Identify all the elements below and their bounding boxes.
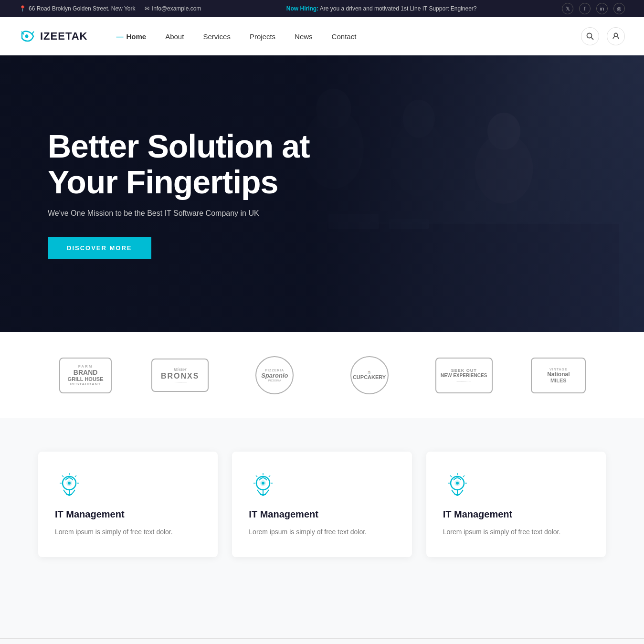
hiring-banner: Now Hiring: Are you a driven and motivat… [215, 5, 548, 12]
hero-subtitle: We've One Mission to be the Best IT Soft… [48, 209, 310, 218]
discover-more-button[interactable]: DISCOVER MORE [48, 237, 151, 259]
svg-line-38 [463, 475, 465, 477]
service-desc-1: Lorem ipsum is simply of free text dolor… [55, 527, 201, 538]
svg-point-14 [68, 482, 71, 485]
nav-home[interactable]: Home [116, 31, 146, 42]
address-info: 📍 66 Road Broklyn Golden Street. New Yor… [19, 5, 135, 12]
brand-5: SEEK OUT NEW EXPERIENCES ···············… [433, 356, 495, 394]
nav-contact[interactable]: Contact [332, 31, 357, 42]
service-card-2: IT Management Lorem ipsum is simply of f… [232, 452, 412, 557]
top-bar-contact: 📍 66 Road Broklyn Golden Street. New Yor… [19, 5, 201, 12]
hero-title: Better Solution atYour Fingertips [48, 128, 310, 200]
search-icon [586, 32, 594, 40]
service-card-3: IT Management Lorem ipsum is simply of f… [426, 452, 606, 557]
hero-section: Better Solution atYour Fingertips We've … [0, 55, 644, 332]
location-icon: 📍 [19, 5, 26, 12]
service-desc-2: Lorem ipsum is simply of free text dolor… [249, 527, 395, 538]
logo[interactable]: IZEETAK [19, 28, 87, 45]
search-button[interactable] [581, 27, 599, 45]
brand-6: VINTAGE National MILES [528, 356, 590, 394]
user-button[interactable] [607, 27, 625, 45]
svg-line-18 [75, 475, 76, 477]
service-icon-2 [249, 471, 277, 499]
svg-line-30 [256, 475, 257, 477]
brand-badge-5: SEEK OUT NEW EXPERIENCES ···············… [435, 358, 493, 393]
address-text: 66 Road Broklyn Golden Street. New York [29, 5, 135, 12]
nav-about[interactable]: About [165, 31, 184, 42]
user-icon [612, 32, 620, 40]
services-section: IT Management Lorem ipsum is simply of f… [0, 418, 644, 624]
hiring-text: Are you a driven and motivated 1st Line … [320, 5, 477, 12]
brand-1: Farm BRAND GRILL HOUSE RESTAURANT [54, 356, 116, 394]
hero-content: Better Solution atYour Fingertips We've … [48, 128, 310, 260]
svg-line-20 [62, 475, 63, 477]
service-icon-1 [55, 471, 84, 499]
cta-divider [0, 638, 644, 639]
brand-badge-4: ☕ CUPCAKERY [350, 356, 389, 394]
instagram-icon[interactable]: ◎ [613, 3, 625, 14]
email-text: info@example.com [152, 5, 201, 12]
twitter-icon[interactable]: 𝕏 [562, 3, 573, 14]
logo-text: IZEETAK [40, 30, 87, 42]
brand-badge-1: Farm BRAND GRILL HOUSE RESTAURANT [59, 358, 112, 393]
top-bar: 📍 66 Road Broklyn Golden Street. New Yor… [0, 0, 644, 17]
svg-point-34 [456, 482, 459, 485]
svg-line-28 [269, 475, 270, 477]
brand-badge-2: Mister BRONXS ·············· [151, 359, 209, 392]
brands-section: Farm BRAND GRILL HOUSE RESTAURANT Mister… [0, 332, 644, 418]
nav-services[interactable]: Services [203, 31, 231, 42]
linkedin-icon[interactable]: in [596, 3, 608, 14]
logo-icon [19, 28, 36, 45]
brand-2: Mister BRONXS ·············· [149, 356, 211, 394]
svg-line-1 [591, 38, 594, 40]
nav-projects[interactable]: Projects [250, 31, 275, 42]
nav-news[interactable]: News [295, 31, 313, 42]
social-links: 𝕏 f in ◎ [562, 3, 625, 14]
brand-3: PIZZERIA Sparonio PIZZERIA [243, 356, 306, 394]
service-title-2: IT Management [249, 509, 395, 520]
svg-point-24 [262, 482, 264, 485]
brand-badge-6: VINTAGE National MILES [531, 358, 586, 393]
svg-line-40 [450, 475, 452, 477]
now-hiring-label: Now Hiring: [286, 5, 318, 12]
brand-4: ☕ CUPCAKERY [338, 356, 401, 394]
main-nav: IZEETAK Home About Services Projects New… [0, 17, 644, 55]
nav-links: Home About Services Projects News Contac… [116, 31, 581, 42]
service-icon-3 [443, 471, 472, 499]
facebook-icon[interactable]: f [579, 3, 591, 14]
email-info: ✉ info@example.com [145, 5, 201, 12]
service-desc-3: Lorem ipsum is simply of free text dolor… [443, 527, 589, 538]
brand-badge-3: PIZZERIA Sparonio PIZZERIA [255, 356, 294, 394]
services-cards: IT Management Lorem ipsum is simply of f… [38, 452, 606, 557]
bottom-cta: IT services built specifically for your … [0, 624, 644, 644]
service-title-3: IT Management [443, 509, 589, 520]
service-card-1: IT Management Lorem ipsum is simply of f… [38, 452, 218, 557]
email-icon: ✉ [145, 5, 149, 12]
service-title-1: IT Management [55, 509, 201, 520]
svg-point-0 [587, 33, 592, 38]
nav-actions [581, 27, 625, 45]
